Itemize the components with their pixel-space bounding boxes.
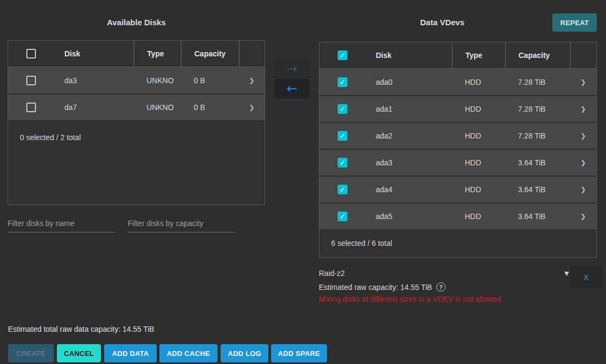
repeat-button[interactable]: REPEAT — [552, 13, 597, 32]
disk-name: ada3 — [357, 158, 452, 167]
disk-capacity: 7.28 TiB — [505, 105, 570, 113]
column-header-type: Type — [452, 42, 505, 68]
column-header-type: Type — [134, 41, 181, 67]
disk-capacity: 3.64 TiB — [505, 185, 570, 194]
chevron-right-icon[interactable]: ❯ — [580, 159, 586, 166]
check-icon: ✓ — [339, 213, 346, 220]
disk-type: UNKNO — [134, 76, 181, 85]
column-header-disk: Disk — [357, 42, 452, 68]
data-vdevs-panel: ✓ Disk Type Capacity ✓ ada0 HDD 7.28 TiB… — [319, 42, 597, 258]
check-icon: ✓ — [339, 159, 346, 166]
estimated-raw-capacity: Estimated raw capacity: 14.55 TiB — [319, 283, 432, 292]
chevron-down-icon: ▼ — [565, 270, 569, 277]
check-icon: ✓ — [339, 186, 346, 193]
raid-type-value: Raid-z2 — [319, 269, 345, 278]
add-spare-button[interactable]: ADD SPARE — [271, 344, 327, 362]
select-all-available-checkbox[interactable] — [26, 49, 36, 59]
row-checkbox[interactable]: ✓ — [338, 131, 347, 141]
disk-capacity: 0 B — [181, 76, 239, 85]
row-checkbox[interactable]: ✓ — [338, 77, 347, 87]
move-left-button[interactable]: ← — [274, 79, 310, 98]
filter-capacity-input[interactable] — [128, 217, 235, 232]
disk-type: HDD — [452, 212, 505, 221]
disk-type: HDD — [452, 78, 505, 86]
table-row[interactable]: ✓ ada2 HDD 7.28 TiB ❯ — [319, 122, 596, 149]
row-checkbox[interactable] — [26, 103, 36, 112]
arrow-left-icon: ← — [287, 82, 297, 95]
table-row[interactable]: da3 UNKNO 0 B ❯ — [8, 67, 265, 93]
filter-name-input[interactable] — [8, 217, 115, 232]
add-log-button[interactable]: ADD LOG — [221, 344, 268, 362]
select-all-vdev-checkbox[interactable]: ✓ — [338, 50, 347, 60]
add-data-button[interactable]: ADD DATA — [104, 344, 157, 362]
column-header-capacity: Capacity — [505, 42, 570, 68]
disk-capacity: 3.64 TiB — [505, 158, 570, 167]
remove-vdev-button[interactable]: X — [570, 266, 602, 288]
row-checkbox[interactable] — [26, 76, 36, 85]
column-header-disk: Disk — [46, 41, 134, 67]
disk-name: da7 — [46, 103, 134, 112]
column-header-actions — [570, 42, 596, 68]
chevron-right-icon[interactable]: ❯ — [580, 186, 586, 193]
row-checkbox[interactable]: ✓ — [338, 158, 347, 168]
chevron-right-icon[interactable]: ❯ — [580, 132, 586, 140]
estimated-raw-capacity-row: Estimated raw capacity: 14.55 TiB ? — [319, 282, 446, 292]
row-checkbox[interactable]: ✓ — [338, 104, 347, 114]
chevron-right-icon[interactable]: ❯ — [580, 78, 586, 86]
create-button[interactable]: CREATE — [8, 344, 54, 362]
column-header-capacity: Capacity — [181, 41, 239, 67]
disk-type: UNKNO — [134, 103, 181, 112]
disk-type: HDD — [452, 158, 505, 167]
disk-type: HDD — [452, 132, 505, 140]
add-cache-button[interactable]: ADD CACHE — [159, 344, 217, 362]
disk-type: HDD — [452, 105, 505, 113]
disk-capacity: 0 B — [181, 103, 239, 112]
help-icon[interactable]: ? — [436, 282, 446, 292]
arrow-right-icon: → — [287, 62, 297, 75]
chevron-right-icon[interactable]: ❯ — [580, 105, 586, 113]
table-row[interactable]: ✓ ada3 HDD 3.64 TiB ❯ — [319, 149, 596, 176]
disk-name: da3 — [46, 76, 134, 85]
table-row[interactable]: ✓ ada4 HDD 3.64 TiB ❯ — [319, 176, 596, 202]
available-selection-summary: 0 selected / 2 total — [8, 120, 265, 142]
check-icon: ✓ — [339, 105, 346, 113]
disk-name: ada1 — [357, 105, 452, 113]
mixed-sizes-warning: Mixing disks of different sizes in a VDE… — [319, 295, 503, 303]
check-icon: ✓ — [339, 52, 346, 59]
cancel-button[interactable]: CANCEL — [57, 344, 101, 362]
disk-name: ada0 — [357, 78, 452, 86]
table-row[interactable]: da7 UNKNO 0 B ❯ — [8, 93, 265, 120]
available-disks-panel: Disk Type Capacity da3 UNKNO 0 B ❯ da7 U… — [8, 40, 265, 205]
data-vdevs-header: ✓ Disk Type Capacity — [319, 42, 596, 68]
raid-type-select[interactable]: Raid-z2 ▼ — [319, 268, 569, 279]
table-row[interactable]: ✓ ada1 HDD 7.28 TiB ❯ — [319, 95, 596, 122]
disk-name: ada5 — [357, 212, 452, 221]
chevron-right-icon[interactable]: ❯ — [580, 213, 586, 220]
check-icon: ✓ — [339, 132, 346, 140]
available-disks-title: Available Disks — [8, 18, 265, 27]
data-vdevs-title: Data VDevs — [319, 18, 566, 27]
disk-type: HDD — [452, 185, 505, 194]
row-checkbox[interactable]: ✓ — [338, 212, 347, 221]
available-disks-header: Disk Type Capacity — [8, 41, 265, 67]
disk-capacity: 7.28 TiB — [505, 78, 570, 86]
select-all-vdev-cell: ✓ — [319, 42, 357, 68]
row-checkbox[interactable]: ✓ — [338, 185, 347, 194]
disk-capacity: 3.64 TiB — [505, 212, 570, 221]
table-row[interactable]: ✓ ada0 HDD 7.28 TiB ❯ — [319, 68, 596, 95]
chevron-right-icon[interactable]: ❯ — [249, 77, 254, 84]
disk-capacity: 7.28 TiB — [505, 132, 570, 140]
table-row[interactable]: ✓ ada5 HDD 3.64 TiB ❯ — [319, 202, 596, 229]
vdev-selection-summary: 6 selected / 6 total — [319, 229, 596, 247]
column-header-actions — [239, 41, 265, 67]
check-icon: ✓ — [339, 78, 346, 86]
move-right-button[interactable]: → — [274, 59, 310, 78]
estimated-total-capacity: Estimated total raw data capacity: 14.55… — [8, 325, 154, 333]
disk-name: ada4 — [357, 185, 452, 194]
disk-name: ada2 — [357, 132, 452, 140]
select-all-available-cell — [8, 41, 46, 67]
chevron-right-icon[interactable]: ❯ — [249, 104, 254, 111]
